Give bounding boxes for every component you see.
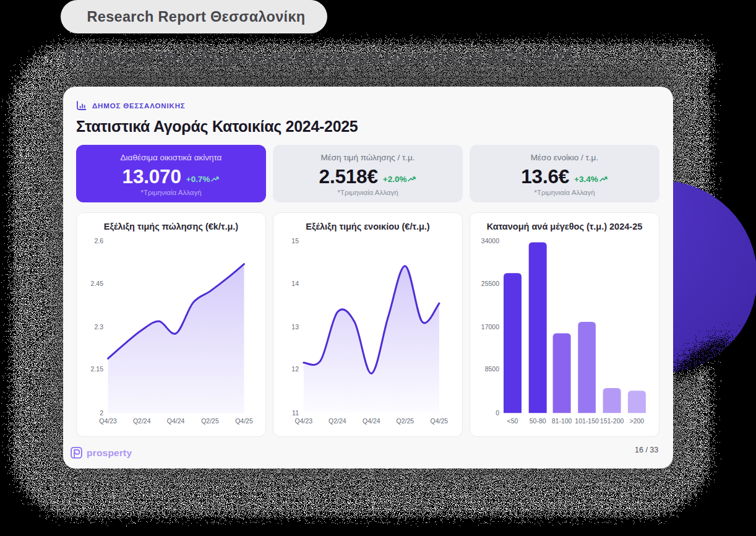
svg-text:13: 13 (291, 323, 299, 331)
svg-text:Q2/25: Q2/25 (397, 417, 415, 425)
svg-text:50-80: 50-80 (530, 417, 546, 425)
svg-text:2.6: 2.6 (94, 237, 103, 244)
svg-text:101-150: 101-150 (575, 417, 599, 425)
svg-text:Q4/25: Q4/25 (431, 417, 449, 425)
svg-text:0: 0 (496, 409, 499, 417)
svg-text:2: 2 (100, 409, 103, 417)
svg-text:8500: 8500 (485, 365, 500, 373)
svg-text:14: 14 (291, 280, 299, 287)
svg-text:2.15: 2.15 (91, 365, 104, 373)
svg-text:2.3: 2.3 (94, 323, 103, 331)
svg-text:<50: <50 (507, 417, 518, 425)
svg-text:34000: 34000 (481, 237, 499, 244)
svg-text:81-100: 81-100 (552, 417, 572, 425)
svg-text:Q4/24: Q4/24 (167, 417, 185, 425)
svg-text:17000: 17000 (481, 323, 499, 331)
svg-text:Q4/23: Q4/23 (294, 417, 312, 425)
svg-text:Q4/23: Q4/23 (99, 417, 117, 425)
svg-text:25500: 25500 (481, 280, 499, 287)
svg-text:Q4/24: Q4/24 (363, 417, 380, 425)
svg-text:151-200: 151-200 (600, 417, 624, 425)
svg-text:Q2/24: Q2/24 (329, 417, 346, 425)
svg-text:11: 11 (292, 409, 299, 417)
svg-text:2.45: 2.45 (91, 280, 104, 287)
svg-text:12: 12 (291, 365, 299, 373)
svg-text:Q2/24: Q2/24 (133, 417, 151, 425)
svg-text:15: 15 (291, 237, 299, 244)
svg-text:Q2/25: Q2/25 (201, 417, 219, 425)
svg-text:>200: >200 (630, 417, 645, 425)
svg-text:Q4/25: Q4/25 (235, 417, 253, 425)
